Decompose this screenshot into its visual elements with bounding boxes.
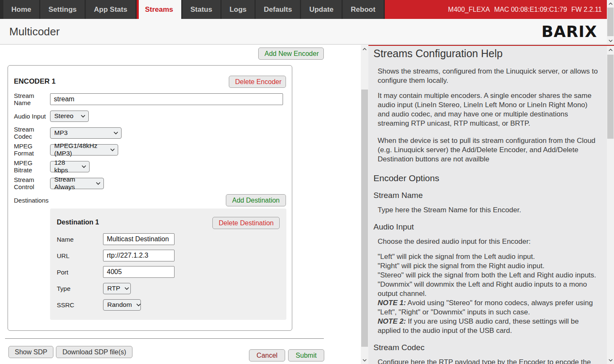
note1-label: NOTE 1: — [378, 299, 406, 307]
stream-control-value: Stream Always — [54, 176, 92, 191]
nav-tab-update[interactable]: Update — [301, 0, 341, 19]
destination-name-input[interactable] — [103, 233, 175, 245]
destination-ssrc-value: Random — [107, 301, 132, 309]
help-paragraph: Configure here the RTP payload type by t… — [378, 358, 601, 364]
mpeg-bitrate-value: 128 kbps — [54, 159, 77, 174]
header-frame: Home Settings App Stats Streams Status L… — [0, 0, 614, 45]
scrollbar-thumb[interactable] — [361, 90, 368, 347]
note2-text: If you are using USB audio card, these s… — [378, 317, 579, 335]
form-scrollbar[interactable] — [361, 45, 368, 364]
help-heading-audio-input: Audio Input — [373, 222, 601, 232]
destination-port-label: Port — [57, 269, 103, 276]
destination-type-label: Type — [57, 285, 103, 292]
chevron-down-icon — [114, 132, 118, 135]
help-audio-input-details: "Left" will pick the signal from the Lef… — [378, 252, 601, 335]
delete-destination-button[interactable]: Delete Destination — [212, 217, 280, 229]
header-scrollbar[interactable] — [607, 0, 614, 44]
help-title: Streams Configuration Help — [373, 47, 601, 60]
device-firmware: FW 2.2.11 — [571, 6, 602, 13]
form-divider — [5, 338, 324, 339]
destination-panel: Destination 1 Delete Destination Name UR… — [50, 208, 286, 320]
scroll-down-icon[interactable] — [607, 37, 614, 44]
help-line: "Downmix" will downmix the Left and Righ… — [378, 280, 587, 298]
chevron-down-icon — [81, 115, 85, 118]
scrollbar-thumb[interactable] — [607, 55, 614, 139]
nav-tab-streams[interactable]: Streams — [137, 0, 181, 19]
page-title: Multicoder — [9, 25, 60, 38]
help-heading-stream-name: Stream Name — [373, 191, 601, 200]
audio-input-select[interactable]: Stereo — [50, 111, 89, 122]
encoder-panel: ENCODER 1 Delete Encoder Stream Name Aud… — [8, 65, 292, 331]
scroll-up-icon[interactable] — [607, 0, 614, 7]
device-info-banner: M400_FLEXA MAC 00:08:E1:09:C1:79 FW 2.2.… — [385, 0, 607, 19]
mpeg-format-label: MPEG Format — [14, 142, 50, 157]
cancel-button[interactable]: Cancel — [249, 349, 285, 361]
stream-name-label: Stream Name — [14, 92, 50, 106]
scroll-up-icon[interactable] — [607, 46, 614, 53]
destination-type-select[interactable]: RTP — [103, 283, 131, 294]
stream-config-frame: Add New Encoder ENCODER 1 Delete Encoder… — [0, 45, 368, 364]
stream-control-label: Stream Control — [14, 176, 50, 190]
show-sdp-button[interactable]: Show SDP — [8, 346, 53, 358]
nav-tab-app-stats[interactable]: App Stats — [86, 0, 135, 19]
help-scrollbar[interactable] — [607, 46, 614, 364]
audio-input-label: Audio Input — [14, 113, 50, 120]
nav-tab-defaults[interactable]: Defaults — [256, 0, 300, 19]
destination-ssrc-select[interactable]: Random — [103, 299, 141, 311]
note1-text: Avoid using "Stereo" for mono codecs, al… — [378, 299, 593, 316]
submit-button[interactable]: Submit — [288, 349, 324, 361]
chevron-down-icon — [124, 287, 129, 290]
stream-codec-label: Stream Codec — [14, 126, 50, 140]
help-paragraph: Shows the streams, configured from the L… — [378, 67, 601, 85]
destination-type-value: RTP — [107, 285, 120, 292]
stream-control-select[interactable]: Stream Always — [50, 178, 104, 189]
note2-label: NOTE 2: — [378, 317, 406, 325]
chevron-down-icon — [96, 182, 101, 185]
audio-input-value: Stereo — [54, 112, 74, 120]
stream-name-input[interactable] — [50, 93, 283, 105]
nav-tab-home[interactable]: Home — [3, 0, 39, 19]
nav-tab-logs[interactable]: Logs — [222, 0, 255, 19]
scroll-down-icon[interactable] — [607, 356, 614, 364]
nav-bar: Home Settings App Stats Streams Status L… — [0, 0, 614, 19]
destination-name-label: Name — [57, 236, 103, 243]
stream-codec-select[interactable]: MP3 — [50, 127, 122, 139]
scroll-down-icon[interactable] — [361, 356, 368, 364]
device-name: M400_FLEXA — [448, 6, 490, 13]
mpeg-bitrate-select[interactable]: 128 kbps — [50, 161, 90, 172]
destination-title: Destination 1 — [57, 217, 99, 226]
chevron-down-icon — [82, 165, 86, 168]
destinations-label: Destinations — [14, 197, 49, 204]
destination-ssrc-label: SSRC — [57, 301, 103, 309]
help-paragraph: Choose the desired audio input for this … — [378, 237, 601, 246]
encoder-title: ENCODER 1 — [14, 76, 56, 86]
help-paragraph: When the device is set to pull its strea… — [378, 136, 601, 164]
destination-port-input[interactable] — [103, 266, 175, 278]
help-line: "Right" will pick the signal from the Ri… — [378, 262, 545, 270]
help-heading-stream-codec: Stream Codec — [373, 343, 601, 352]
help-line: "Left" will pick the signal from the Lef… — [378, 253, 535, 261]
mpeg-format-value: MPEG1/48kHz (MP3) — [54, 142, 106, 157]
add-new-encoder-button[interactable]: Add New Encoder — [258, 47, 324, 60]
download-sdp-button[interactable]: Download SDP file(s) — [56, 346, 132, 358]
nav-tab-reboot[interactable]: Reboot — [343, 0, 384, 19]
nav-tab-settings[interactable]: Settings — [40, 0, 85, 19]
help-frame: Streams Configuration Help Shows the str… — [368, 45, 614, 364]
chevron-down-icon — [110, 148, 115, 151]
mpeg-bitrate-label: MPEG Bitrate — [14, 159, 50, 174]
scroll-up-icon[interactable] — [361, 45, 368, 53]
help-line: "Stereo" will pick the signal from both … — [378, 271, 596, 279]
scrollbar-thumb[interactable] — [607, 8, 614, 36]
delete-encoder-button[interactable]: Delete Encoder — [229, 76, 286, 88]
help-paragraph: It may contain multiple encoders. A sing… — [378, 91, 601, 128]
mpeg-format-select[interactable]: MPEG1/48kHz (MP3) — [50, 144, 118, 156]
stream-codec-value: MP3 — [54, 129, 68, 137]
destination-url-label: URL — [57, 252, 103, 259]
chevron-down-icon — [136, 303, 141, 306]
add-destination-button[interactable]: Add Destination — [226, 194, 286, 206]
help-heading-encoder-options: Encoder Options — [373, 173, 601, 183]
nav-tab-status[interactable]: Status — [183, 0, 220, 19]
device-mac: MAC 00:08:E1:09:C1:79 — [494, 6, 567, 13]
barix-logo: BARIX — [541, 23, 597, 41]
destination-url-input[interactable] — [103, 250, 175, 261]
